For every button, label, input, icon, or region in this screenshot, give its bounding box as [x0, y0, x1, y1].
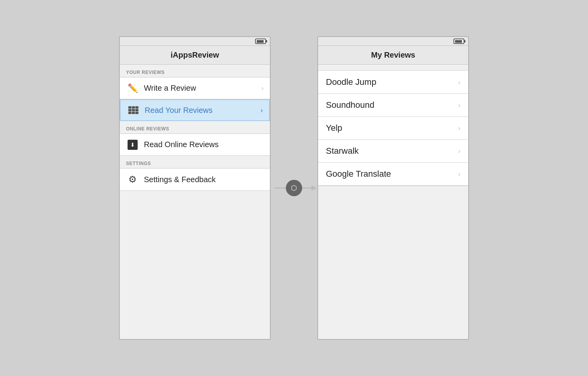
menu-item-write-review[interactable]: ✏️ Write a Review ›	[120, 77, 270, 99]
menu-item-read-online-reviews[interactable]: ⬇ Read Online Reviews	[120, 134, 270, 156]
menu-item-read-your-reviews[interactable]: Read Your Reviews ›	[120, 99, 270, 121]
left-phone-screen: iAppsReview YOUR REVIEWS ✏️ Write a Revi…	[119, 36, 271, 340]
download-icon: ⬇	[126, 140, 139, 150]
gear-icon: ⚙	[126, 174, 139, 185]
section-header-online-reviews: › ONLINE REVIEWS	[120, 121, 270, 134]
write-review-label: Write a Review	[144, 84, 258, 93]
left-screen-filler	[120, 191, 270, 339]
right-screen-filler	[318, 186, 468, 339]
label-google-translate: Google Translate	[326, 169, 455, 179]
table-icon	[127, 106, 140, 114]
svg-marker-1	[312, 185, 317, 191]
list-item-yelp[interactable]: Yelp ›	[318, 117, 468, 140]
label-yelp: Yelp	[326, 123, 455, 133]
section-header-your-reviews: YOUR REVIEWS	[120, 65, 270, 77]
right-battery-icon	[453, 39, 464, 44]
chevron-starwalk: ›	[458, 147, 460, 155]
left-nav-bar: iAppsReview	[120, 46, 270, 65]
right-phone-screen: My Reviews Doodle Jump › Soundhound › Ye…	[317, 36, 469, 340]
transition-area: ⬡	[271, 178, 317, 198]
label-starwalk: Starwalk	[326, 146, 455, 156]
chevron-soundhound: ›	[458, 101, 460, 109]
left-status-bar	[120, 37, 270, 46]
label-soundhound: Soundhound	[326, 100, 455, 110]
chevron-google-translate: ›	[458, 170, 460, 178]
right-screen-top-spacer	[318, 65, 468, 71]
read-your-reviews-label: Read Your Reviews	[145, 106, 257, 115]
segue-icon: ⬡	[286, 180, 302, 196]
left-screen-title: iAppsReview	[171, 51, 219, 59]
read-your-reviews-chevron: ›	[261, 106, 263, 114]
list-item-soundhound[interactable]: Soundhound ›	[318, 94, 468, 117]
section-label-online-reviews: ONLINE REVIEWS	[126, 126, 169, 132]
list-item-starwalk[interactable]: Starwalk ›	[318, 140, 468, 163]
left-battery-icon	[255, 39, 266, 44]
settings-feedback-label: Settings & Feedback	[144, 175, 264, 184]
write-review-chevron: ›	[261, 84, 264, 92]
right-screen-title: My Reviews	[371, 51, 415, 59]
menu-item-settings-feedback[interactable]: ⚙ Settings & Feedback	[120, 169, 270, 191]
main-wrapper: iAppsReview YOUR REVIEWS ✏️ Write a Revi…	[119, 36, 469, 340]
navigation-arrow: ⬡	[271, 178, 317, 198]
list-item-doodle-jump[interactable]: Doodle Jump ›	[318, 71, 468, 94]
section-header-settings: SETTINGS	[120, 156, 270, 169]
section-label-settings: SETTINGS	[126, 161, 151, 166]
list-item-google-translate[interactable]: Google Translate ›	[318, 163, 468, 186]
chevron-doodle-jump: ›	[458, 78, 460, 86]
right-nav-bar: My Reviews	[318, 46, 468, 65]
label-doodle-jump: Doodle Jump	[326, 77, 455, 87]
read-online-reviews-label: Read Online Reviews	[144, 140, 264, 149]
section-label-your-reviews: YOUR REVIEWS	[126, 70, 164, 75]
pencil-icon: ✏️	[126, 83, 139, 93]
chevron-yelp: ›	[458, 124, 460, 132]
right-status-bar	[318, 37, 468, 46]
